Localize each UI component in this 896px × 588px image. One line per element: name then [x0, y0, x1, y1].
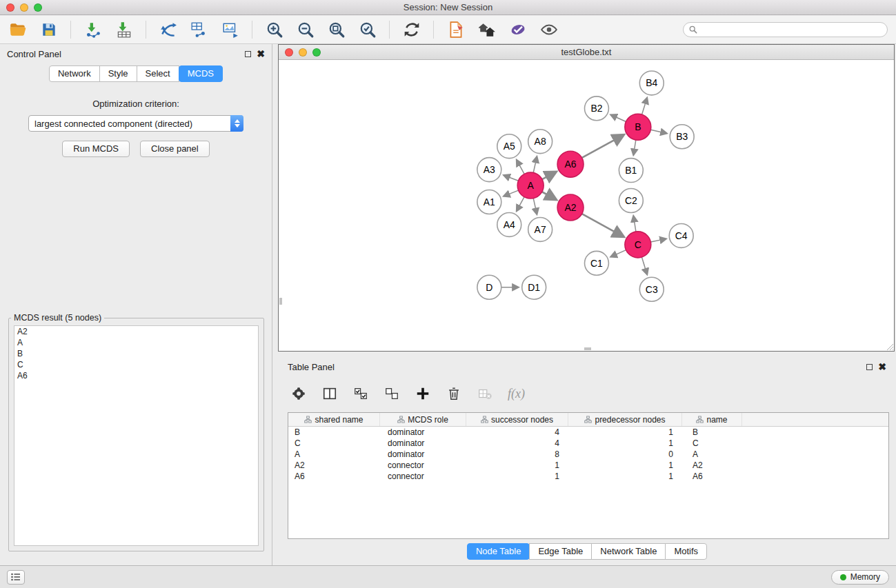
deselect-all-rows-icon[interactable] [384, 385, 400, 402]
network-edge[interactable] [542, 172, 556, 179]
tab-network-table[interactable]: Network Table [591, 543, 666, 560]
new-network-icon[interactable] [159, 21, 177, 39]
home-pages-icon[interactable] [477, 21, 496, 39]
network-graph[interactable]: B4B2BB3A5A8A6A3AB1A1A2C2A4A7C4C1CDD1C3 [279, 60, 894, 351]
show-column-icon[interactable] [321, 385, 338, 402]
column-header-mcds-role[interactable]: MCDS role [380, 413, 466, 426]
network-edge[interactable] [533, 199, 537, 214]
network-node[interactable]: A5 [497, 134, 521, 159]
tab-edge-table[interactable]: Edge Table [529, 543, 592, 560]
network-edge[interactable] [504, 190, 518, 196]
network-edge[interactable] [504, 175, 518, 181]
network-node[interactable]: A1 [477, 190, 501, 214]
show-graphics-eye-icon[interactable] [539, 21, 558, 39]
delete-table-icon[interactable] [477, 385, 493, 402]
column-header-predecessor-nodes[interactable]: predecessor nodes [568, 413, 682, 426]
network-node[interactable]: D1 [522, 275, 546, 299]
network-edge[interactable] [517, 197, 524, 211]
network-edge[interactable] [633, 140, 635, 155]
resize-grip-icon[interactable] [885, 342, 893, 350]
network-edge[interactable] [641, 257, 647, 274]
network-node[interactable]: B [625, 114, 651, 140]
network-node[interactable]: C3 [639, 277, 664, 301]
validator-icon[interactable] [508, 21, 527, 39]
network-close-button[interactable] [285, 48, 293, 57]
tab-node-table[interactable]: Node Table [467, 543, 530, 560]
table-row[interactable]: Cdominator41C [288, 438, 888, 449]
mcds-result-item[interactable]: A6 [14, 370, 258, 381]
network-minimize-button[interactable] [299, 48, 307, 57]
mcds-result-item[interactable]: C [14, 359, 258, 370]
network-node[interactable]: A2 [557, 194, 584, 221]
import-table-icon[interactable] [115, 21, 133, 39]
network-node[interactable]: C4 [669, 223, 693, 247]
network-node[interactable]: B1 [619, 159, 643, 183]
zoom-selected-icon[interactable] [358, 21, 377, 39]
network-node[interactable]: A4 [497, 212, 521, 236]
mcds-result-item[interactable]: A [14, 337, 258, 348]
network-table-icon[interactable] [190, 21, 208, 39]
table-row[interactable]: A2connector11A2 [288, 460, 888, 471]
network-node[interactable]: A3 [477, 158, 501, 182]
select-all-rows-icon[interactable] [352, 385, 369, 402]
tab-select[interactable]: Select [137, 65, 179, 82]
export-image-icon[interactable] [221, 21, 239, 39]
tab-mcds[interactable]: MCDS [179, 65, 223, 82]
network-window-titlebar[interactable]: testGlobe.txt [279, 45, 894, 60]
open-session-icon[interactable] [8, 21, 27, 39]
network-node[interactable]: A [517, 172, 544, 199]
open-document-icon[interactable] [446, 21, 465, 39]
network-edge[interactable] [650, 130, 666, 133]
run-mcds-button[interactable]: Run MCDS [62, 141, 130, 157]
network-edge[interactable] [642, 98, 648, 114]
minimize-window-button[interactable] [20, 3, 28, 12]
import-network-icon[interactable] [83, 21, 102, 39]
task-history-button[interactable] [7, 570, 25, 585]
add-column-icon[interactable] [415, 385, 431, 402]
network-edge[interactable] [517, 160, 524, 174]
table-row[interactable]: Adominator80A [288, 449, 888, 460]
function-builder-icon[interactable]: f(x) [508, 387, 525, 401]
column-header-shared-name[interactable]: shared name [288, 413, 380, 426]
column-header-successor-nodes[interactable]: successor nodes [466, 413, 568, 426]
network-edge[interactable] [633, 216, 636, 232]
mcds-result-item[interactable]: B [14, 348, 258, 359]
network-edge[interactable] [650, 239, 666, 242]
horizontal-scroll-mark[interactable] [584, 347, 591, 350]
search-input[interactable] [701, 25, 882, 34]
close-window-button[interactable] [6, 3, 14, 12]
vertical-scroll-mark[interactable] [279, 298, 282, 305]
close-panel-icon[interactable]: ✖ [257, 51, 265, 57]
network-node[interactable]: A6 [557, 151, 584, 177]
apply-layout-icon[interactable] [402, 21, 421, 39]
network-edge[interactable] [610, 114, 626, 121]
float-panel-icon[interactable] [245, 51, 251, 57]
mcds-result-list[interactable]: A2ABCA6 [14, 325, 259, 546]
network-edge[interactable] [610, 250, 626, 257]
tab-network[interactable]: Network [49, 65, 100, 82]
zoom-fit-icon[interactable] [327, 21, 346, 39]
table-settings-gear-icon[interactable] [290, 385, 307, 402]
tab-style[interactable]: Style [99, 65, 137, 82]
table-row[interactable]: Bdominator41B [288, 427, 888, 438]
save-session-icon[interactable] [39, 21, 58, 39]
network-zoom-button[interactable] [312, 48, 321, 57]
table-row[interactable]: A6connector11A6 [288, 471, 888, 482]
network-edge[interactable] [533, 156, 537, 172]
zoom-out-icon[interactable] [296, 21, 315, 39]
close-table-panel-icon[interactable]: ✖ [878, 364, 886, 370]
network-node[interactable]: A8 [528, 130, 552, 154]
zoom-in-icon[interactable] [265, 21, 283, 39]
network-edge[interactable] [582, 135, 624, 158]
network-node[interactable]: D [477, 275, 501, 299]
network-node[interactable]: B4 [639, 71, 664, 95]
network-node[interactable]: C [625, 232, 651, 258]
criterion-dropdown[interactable]: largest connected component (directed) [28, 115, 243, 132]
network-edge[interactable] [542, 192, 556, 199]
network-node[interactable]: C1 [585, 251, 609, 275]
mcds-result-item[interactable]: A2 [14, 326, 258, 337]
search-field[interactable] [683, 22, 888, 37]
zoom-window-button[interactable] [34, 3, 42, 12]
close-panel-button[interactable]: Close panel [140, 141, 210, 157]
network-node[interactable]: B3 [670, 125, 694, 149]
